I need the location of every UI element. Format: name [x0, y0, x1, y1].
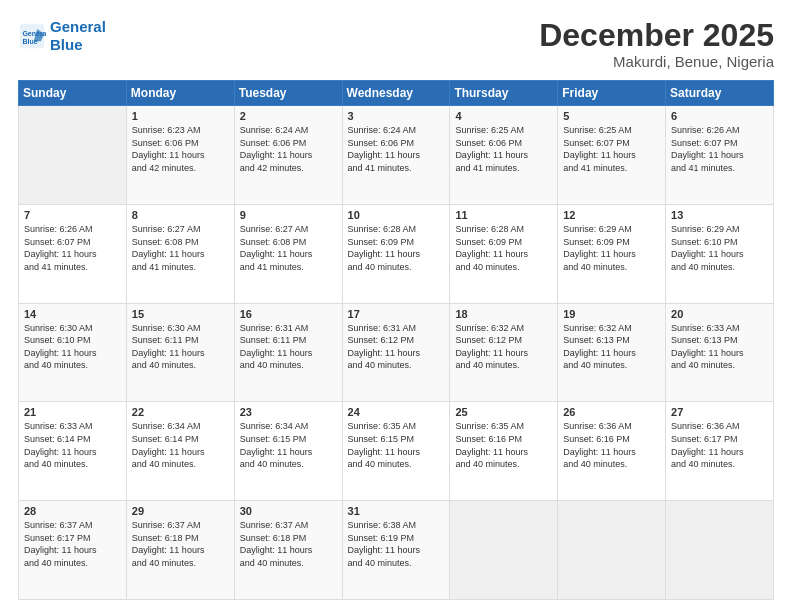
day-info: Sunrise: 6:24 AM Sunset: 6:06 PM Dayligh… [348, 124, 445, 174]
day-info: Sunrise: 6:27 AM Sunset: 6:08 PM Dayligh… [240, 223, 337, 273]
calendar-cell: 28Sunrise: 6:37 AM Sunset: 6:17 PM Dayli… [19, 501, 127, 600]
calendar-cell: 9Sunrise: 6:27 AM Sunset: 6:08 PM Daylig… [234, 204, 342, 303]
calendar-cell [558, 501, 666, 600]
calendar-cell: 10Sunrise: 6:28 AM Sunset: 6:09 PM Dayli… [342, 204, 450, 303]
day-number: 15 [132, 308, 229, 320]
day-info: Sunrise: 6:31 AM Sunset: 6:12 PM Dayligh… [348, 322, 445, 372]
day-info: Sunrise: 6:36 AM Sunset: 6:17 PM Dayligh… [671, 420, 768, 470]
calendar-cell: 31Sunrise: 6:38 AM Sunset: 6:19 PM Dayli… [342, 501, 450, 600]
calendar-cell: 7Sunrise: 6:26 AM Sunset: 6:07 PM Daylig… [19, 204, 127, 303]
day-info: Sunrise: 6:29 AM Sunset: 6:09 PM Dayligh… [563, 223, 660, 273]
day-info: Sunrise: 6:35 AM Sunset: 6:15 PM Dayligh… [348, 420, 445, 470]
day-number: 9 [240, 209, 337, 221]
weekday-header: Tuesday [234, 81, 342, 106]
calendar-week-row: 7Sunrise: 6:26 AM Sunset: 6:07 PM Daylig… [19, 204, 774, 303]
calendar-cell [450, 501, 558, 600]
day-number: 7 [24, 209, 121, 221]
calendar-cell: 14Sunrise: 6:30 AM Sunset: 6:10 PM Dayli… [19, 303, 127, 402]
day-number: 24 [348, 406, 445, 418]
weekday-header: Wednesday [342, 81, 450, 106]
calendar-cell: 11Sunrise: 6:28 AM Sunset: 6:09 PM Dayli… [450, 204, 558, 303]
logo: General Blue General Blue [18, 18, 106, 54]
day-info: Sunrise: 6:32 AM Sunset: 6:12 PM Dayligh… [455, 322, 552, 372]
day-number: 18 [455, 308, 552, 320]
day-info: Sunrise: 6:38 AM Sunset: 6:19 PM Dayligh… [348, 519, 445, 569]
day-info: Sunrise: 6:35 AM Sunset: 6:16 PM Dayligh… [455, 420, 552, 470]
calendar-cell: 23Sunrise: 6:34 AM Sunset: 6:15 PM Dayli… [234, 402, 342, 501]
calendar-cell: 20Sunrise: 6:33 AM Sunset: 6:13 PM Dayli… [666, 303, 774, 402]
day-number: 17 [348, 308, 445, 320]
day-info: Sunrise: 6:34 AM Sunset: 6:15 PM Dayligh… [240, 420, 337, 470]
page: General Blue General Blue December 2025 … [0, 0, 792, 612]
calendar-cell: 19Sunrise: 6:32 AM Sunset: 6:13 PM Dayli… [558, 303, 666, 402]
day-info: Sunrise: 6:32 AM Sunset: 6:13 PM Dayligh… [563, 322, 660, 372]
day-info: Sunrise: 6:23 AM Sunset: 6:06 PM Dayligh… [132, 124, 229, 174]
calendar-cell: 21Sunrise: 6:33 AM Sunset: 6:14 PM Dayli… [19, 402, 127, 501]
day-number: 25 [455, 406, 552, 418]
day-number: 16 [240, 308, 337, 320]
day-number: 28 [24, 505, 121, 517]
calendar-cell: 1Sunrise: 6:23 AM Sunset: 6:06 PM Daylig… [126, 106, 234, 205]
day-info: Sunrise: 6:27 AM Sunset: 6:08 PM Dayligh… [132, 223, 229, 273]
calendar-cell: 30Sunrise: 6:37 AM Sunset: 6:18 PM Dayli… [234, 501, 342, 600]
logo-line2: Blue [50, 36, 83, 53]
day-number: 22 [132, 406, 229, 418]
calendar-cell: 26Sunrise: 6:36 AM Sunset: 6:16 PM Dayli… [558, 402, 666, 501]
calendar-cell: 29Sunrise: 6:37 AM Sunset: 6:18 PM Dayli… [126, 501, 234, 600]
weekday-header: Friday [558, 81, 666, 106]
day-info: Sunrise: 6:37 AM Sunset: 6:17 PM Dayligh… [24, 519, 121, 569]
day-number: 4 [455, 110, 552, 122]
day-info: Sunrise: 6:24 AM Sunset: 6:06 PM Dayligh… [240, 124, 337, 174]
day-info: Sunrise: 6:30 AM Sunset: 6:11 PM Dayligh… [132, 322, 229, 372]
day-number: 19 [563, 308, 660, 320]
calendar-week-row: 1Sunrise: 6:23 AM Sunset: 6:06 PM Daylig… [19, 106, 774, 205]
calendar-cell: 2Sunrise: 6:24 AM Sunset: 6:06 PM Daylig… [234, 106, 342, 205]
day-number: 30 [240, 505, 337, 517]
day-number: 26 [563, 406, 660, 418]
calendar-cell: 8Sunrise: 6:27 AM Sunset: 6:08 PM Daylig… [126, 204, 234, 303]
calendar-cell: 22Sunrise: 6:34 AM Sunset: 6:14 PM Dayli… [126, 402, 234, 501]
day-info: Sunrise: 6:34 AM Sunset: 6:14 PM Dayligh… [132, 420, 229, 470]
calendar-cell: 25Sunrise: 6:35 AM Sunset: 6:16 PM Dayli… [450, 402, 558, 501]
day-number: 29 [132, 505, 229, 517]
day-info: Sunrise: 6:37 AM Sunset: 6:18 PM Dayligh… [132, 519, 229, 569]
calendar-week-row: 28Sunrise: 6:37 AM Sunset: 6:17 PM Dayli… [19, 501, 774, 600]
day-number: 2 [240, 110, 337, 122]
logo-text: General Blue [50, 18, 106, 54]
day-number: 5 [563, 110, 660, 122]
day-number: 13 [671, 209, 768, 221]
day-info: Sunrise: 6:36 AM Sunset: 6:16 PM Dayligh… [563, 420, 660, 470]
calendar-cell: 17Sunrise: 6:31 AM Sunset: 6:12 PM Dayli… [342, 303, 450, 402]
calendar-week-row: 21Sunrise: 6:33 AM Sunset: 6:14 PM Dayli… [19, 402, 774, 501]
title-area: December 2025 Makurdi, Benue, Nigeria [539, 18, 774, 70]
day-number: 10 [348, 209, 445, 221]
weekday-header: Saturday [666, 81, 774, 106]
calendar-week-row: 14Sunrise: 6:30 AM Sunset: 6:10 PM Dayli… [19, 303, 774, 402]
calendar-cell [19, 106, 127, 205]
calendar-cell: 27Sunrise: 6:36 AM Sunset: 6:17 PM Dayli… [666, 402, 774, 501]
day-info: Sunrise: 6:26 AM Sunset: 6:07 PM Dayligh… [671, 124, 768, 174]
day-number: 23 [240, 406, 337, 418]
day-number: 12 [563, 209, 660, 221]
header: General Blue General Blue December 2025 … [18, 18, 774, 70]
calendar-cell: 18Sunrise: 6:32 AM Sunset: 6:12 PM Dayli… [450, 303, 558, 402]
day-number: 6 [671, 110, 768, 122]
day-info: Sunrise: 6:26 AM Sunset: 6:07 PM Dayligh… [24, 223, 121, 273]
day-info: Sunrise: 6:28 AM Sunset: 6:09 PM Dayligh… [348, 223, 445, 273]
calendar-header-row: SundayMondayTuesdayWednesdayThursdayFrid… [19, 81, 774, 106]
day-info: Sunrise: 6:25 AM Sunset: 6:06 PM Dayligh… [455, 124, 552, 174]
day-info: Sunrise: 6:31 AM Sunset: 6:11 PM Dayligh… [240, 322, 337, 372]
calendar-cell: 15Sunrise: 6:30 AM Sunset: 6:11 PM Dayli… [126, 303, 234, 402]
day-info: Sunrise: 6:37 AM Sunset: 6:18 PM Dayligh… [240, 519, 337, 569]
calendar-table: SundayMondayTuesdayWednesdayThursdayFrid… [18, 80, 774, 600]
calendar-cell [666, 501, 774, 600]
day-number: 20 [671, 308, 768, 320]
day-number: 1 [132, 110, 229, 122]
calendar-cell: 3Sunrise: 6:24 AM Sunset: 6:06 PM Daylig… [342, 106, 450, 205]
day-number: 8 [132, 209, 229, 221]
weekday-header: Monday [126, 81, 234, 106]
month-title: December 2025 [539, 18, 774, 53]
day-number: 31 [348, 505, 445, 517]
day-info: Sunrise: 6:28 AM Sunset: 6:09 PM Dayligh… [455, 223, 552, 273]
location: Makurdi, Benue, Nigeria [539, 53, 774, 70]
